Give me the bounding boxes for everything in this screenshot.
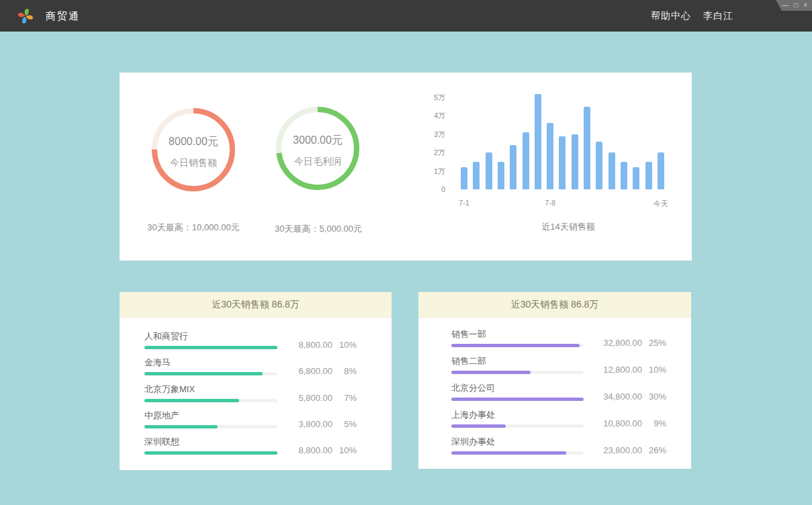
- y-axis-tick: 0: [412, 185, 445, 193]
- rank-row-value: 34,800.0030%: [603, 392, 666, 402]
- sales-bar: [547, 123, 553, 189]
- ranking-list: 销售一部32,800.0025%销售二部12,800.0010%北京分公司34,…: [418, 318, 691, 469]
- rank-row-value: 3,800.005%: [298, 419, 357, 429]
- top-nav: 帮助中心 李白江: [651, 0, 733, 32]
- window-controls: — □ ×: [776, 0, 812, 11]
- sales-bar: [498, 162, 504, 189]
- rank-bar: [451, 424, 506, 428]
- sales-bar: [461, 167, 467, 189]
- ranking-card-title: 近30天销售额 86.8万: [418, 292, 691, 318]
- rank-row-name: 北京分公司: [451, 382, 495, 394]
- rank-row-name: 深圳办事处: [451, 436, 495, 448]
- amount: 6,800.00: [298, 366, 332, 376]
- rank-bar: [144, 346, 277, 349]
- customer-sales-ranking-card: 近30天销售额 86.8万 人和商贸行8,800.0010%金海马6,800.0…: [120, 292, 392, 470]
- amount: 34,800.00: [603, 392, 642, 402]
- amount: 32,800.00: [603, 338, 642, 348]
- rank-row-value: 8,800.0010%: [298, 445, 357, 455]
- percent: 26%: [642, 445, 666, 455]
- rank-bar: [144, 451, 277, 455]
- rank-row-name: 金海马: [144, 357, 171, 369]
- sales-bar: [535, 94, 541, 189]
- sales-bar: [621, 162, 627, 189]
- percent: 30%: [642, 392, 666, 402]
- rank-row-name: 深圳联想: [144, 436, 179, 448]
- rank-row-value: 23,800.0026%: [603, 445, 666, 455]
- sales-bar: [633, 167, 639, 189]
- sales-bar: [658, 152, 664, 189]
- top-bar: 商贸通 帮助中心 李白江 — □ ×: [0, 0, 812, 32]
- rank-bar: [144, 399, 239, 402]
- amount: 23,800.00: [603, 445, 642, 455]
- amount: 8,800.00: [298, 340, 332, 350]
- rank-row-value: 10,800.009%: [603, 418, 666, 428]
- amount: 8,800.00: [298, 445, 332, 455]
- rank-row-value: 6,800.008%: [298, 366, 357, 376]
- rank-row-name: 上海办事处: [451, 409, 495, 421]
- rank-row-name: 北京万象MIX: [144, 383, 195, 396]
- department-sales-ranking-card: 近30天销售额 86.8万 销售一部32,800.0025%销售二部12,800…: [418, 292, 691, 469]
- rank-bar-track: [451, 451, 584, 455]
- rank-bar: [451, 371, 531, 374]
- percent: 10%: [332, 340, 357, 350]
- rank-row-value: 5,800.007%: [298, 393, 357, 403]
- sales-bar: [596, 142, 602, 189]
- rank-bar-track: [451, 398, 584, 401]
- rank-bar: [451, 398, 584, 401]
- sales-bar: [510, 145, 516, 189]
- ranking-card-title: 近30天销售额 86.8万: [120, 292, 392, 318]
- sales-bar: [486, 152, 492, 189]
- rank-bar-track: [451, 344, 584, 347]
- y-axis-tick: 4万: [412, 111, 445, 121]
- rank-bar-track: [451, 371, 584, 374]
- sales-bar: [523, 132, 529, 189]
- sales-bar: [559, 136, 566, 189]
- rank-row-name: 销售二部: [451, 355, 486, 367]
- app-window: 商贸通 帮助中心 李白江 — □ × 8000.00元 今日销售额 30天最高：…: [0, 0, 812, 505]
- overview-card: 8000.00元 今日销售额 30天最高：10,000.00元 3000.00元…: [120, 73, 692, 261]
- rank-row-name: 人和商贸行: [144, 330, 188, 342]
- rank-bar-track: [144, 451, 277, 455]
- rank-row-value: 32,800.0025%: [603, 338, 666, 348]
- rank-bar: [451, 344, 580, 347]
- app-title: 商贸通: [46, 0, 80, 32]
- sales-bar: [645, 162, 652, 189]
- rank-bar-track: [451, 424, 584, 428]
- x-axis-label: 今天: [653, 199, 668, 209]
- rank-bar-track: [144, 399, 277, 402]
- y-axis-tick: 3万: [412, 129, 445, 139]
- rank-row-value: 12,800.0010%: [603, 365, 666, 375]
- bar-chart-title: 近14天销售额: [461, 221, 676, 233]
- ranking-list: 人和商贸行8,800.0010%金海马6,800.008%北京万象MIX5,80…: [120, 318, 392, 470]
- rank-bar: [451, 451, 566, 455]
- sales-bar: [584, 107, 590, 189]
- y-axis-tick: 1万: [412, 166, 445, 176]
- minimize-button[interactable]: —: [782, 2, 788, 9]
- help-center-link[interactable]: 帮助中心: [651, 10, 691, 22]
- percent: 8%: [332, 366, 357, 376]
- user-name-menu[interactable]: 李白江: [703, 10, 733, 22]
- sales-bar: [572, 134, 578, 189]
- x-axis-label: 7-1: [459, 199, 469, 207]
- y-axis-tick: 5万: [412, 93, 445, 103]
- percent: 10%: [642, 365, 666, 375]
- percent: 7%: [332, 393, 357, 403]
- maximize-button[interactable]: □: [794, 2, 798, 9]
- x-axis-label: 7-8: [545, 199, 555, 207]
- rank-row-name: 中原地产: [144, 410, 179, 422]
- y-axis-tick: 2万: [412, 148, 445, 158]
- rank-bar-track: [144, 425, 277, 428]
- sales-bar: [473, 162, 480, 189]
- rank-row-name: 销售一部: [451, 328, 486, 340]
- close-button[interactable]: ×: [803, 2, 807, 9]
- percent: 9%: [642, 418, 666, 428]
- pinwheel-logo-icon: [16, 7, 35, 26]
- amount: 3,800.00: [298, 419, 332, 429]
- rank-bar: [144, 372, 263, 375]
- amount: 12,800.00: [603, 365, 642, 375]
- sales-bar: [608, 152, 615, 189]
- percent: 25%: [642, 338, 666, 348]
- amount: 5,800.00: [298, 393, 332, 403]
- rank-row-value: 8,800.0010%: [298, 340, 357, 350]
- rank-bar: [144, 425, 218, 428]
